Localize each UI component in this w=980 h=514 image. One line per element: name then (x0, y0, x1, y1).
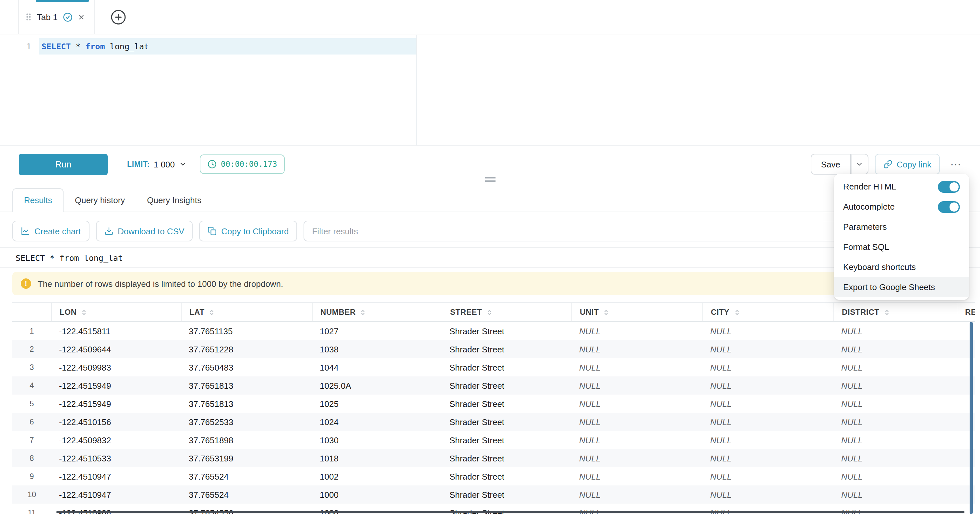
menu-item-format-sql[interactable]: Format SQL (834, 237, 969, 257)
cell-unit: NULL (571, 344, 702, 354)
menu-item-label: Format SQL (843, 242, 889, 252)
editor-tab[interactable]: Tab 1 (18, 0, 95, 34)
column-header-street[interactable]: STREET (442, 303, 571, 321)
table-header: LONLATNUMBERSTREETUNITCITYDISTRICTRE (12, 302, 975, 322)
line-number: 1 (26, 42, 31, 51)
add-tab-button[interactable] (110, 8, 127, 25)
cell-lon: -122.4510533 (51, 453, 181, 463)
cell-lat: 37.765524 (181, 490, 312, 500)
cell-lat: 37.7652533 (181, 417, 312, 427)
menu-item-parameters[interactable]: Parameters (834, 217, 969, 237)
sort-icon[interactable] (733, 309, 740, 316)
vertical-scrollbar[interactable] (970, 322, 973, 514)
column-header-lon[interactable]: LON (51, 303, 181, 321)
cell-unit: NULL (571, 381, 702, 390)
cell-city: NULL (702, 435, 834, 445)
column-header-label: STREET (450, 308, 482, 317)
sql-preview-bar[interactable]: SELECT * from long_lat (0, 247, 980, 268)
copy-icon (208, 227, 216, 236)
cell-lat: 37.7651135 (181, 326, 312, 336)
table-row[interactable]: 6-122.451015637.76525331024Shrader Stree… (12, 413, 975, 431)
copy-clipboard-label: Copy to Clipboard (221, 226, 289, 236)
menu-item-autocomplete[interactable]: Autocomplete (834, 196, 969, 217)
tab-query-history[interactable]: Query history (64, 189, 136, 212)
cell-city: NULL (702, 471, 834, 481)
chevron-down-icon (179, 160, 186, 168)
cell-unit: NULL (571, 399, 702, 409)
column-header-city[interactable]: CITY (702, 303, 834, 321)
cell-lon: -122.4510947 (51, 471, 181, 481)
toggle-switch-on[interactable] (938, 201, 960, 212)
cell-unit: NULL (571, 417, 702, 427)
cell-city: NULL (702, 399, 834, 409)
cell-street: Shrader Street (442, 344, 571, 354)
more-options-button[interactable]: ⋯ (946, 154, 966, 175)
column-header-re[interactable]: RE (957, 303, 975, 321)
menu-item-render-html[interactable]: Render HTML (834, 177, 969, 196)
download-csv-button[interactable]: Download to CSV (95, 221, 192, 241)
cell-lat: 37.7651228 (181, 344, 312, 354)
tab-query-insights[interactable]: Query Insights (136, 189, 212, 212)
horizontal-scrollbar[interactable] (56, 511, 964, 513)
run-button[interactable]: Run (19, 153, 108, 175)
limit-dropdown[interactable]: LIMIT: 1 000 (127, 159, 186, 169)
row-number-cell: 11 (12, 508, 51, 514)
copy-clipboard-button[interactable]: Copy to Clipboard (199, 221, 297, 241)
cell-street: Shrader Street (442, 453, 571, 463)
cell-unit: NULL (571, 490, 702, 500)
table-row[interactable]: 4-122.451594937.76518131025.0AShrader St… (12, 377, 975, 394)
table-row[interactable]: 3-122.450998337.76504831044Shrader Stree… (12, 358, 975, 377)
table-row[interactable]: 9-122.451094737.7655241002Shrader Street… (12, 467, 975, 485)
close-tab-icon[interactable] (78, 13, 85, 21)
tab-drag-icon[interactable] (25, 12, 32, 22)
tab-results[interactable]: Results (12, 188, 64, 212)
warning-icon (21, 278, 31, 289)
sort-icon[interactable] (603, 309, 610, 316)
table-row[interactable]: 10-122.451094737.7655241000Shrader Stree… (12, 485, 975, 504)
create-chart-button[interactable]: Create chart (12, 221, 89, 241)
code-line-text: SELECT * from long_lat (41, 38, 149, 54)
table-row[interactable]: 1-122.451581137.76511351027Shrader Stree… (12, 322, 975, 340)
save-button[interactable]: Save (811, 154, 851, 175)
save-dropdown-button[interactable] (851, 154, 868, 175)
column-header-label: LON (60, 308, 76, 317)
table-row[interactable]: 7-122.450983237.76518981030Shrader Stree… (12, 431, 975, 449)
sort-icon[interactable] (486, 309, 493, 316)
limit-label: LIMIT: (127, 160, 150, 168)
cell-number: 1038 (312, 344, 442, 354)
sort-icon[interactable] (80, 309, 88, 316)
table-row[interactable]: 8-122.451053337.76531991018Shrader Stree… (12, 449, 975, 467)
menu-item-export-to-google-sheets[interactable]: Export to Google Sheets (834, 277, 969, 297)
editor-toolbar: Run LIMIT: 1 000 00:00:00.173 Save Copy … (0, 145, 980, 182)
sql-code-editor[interactable]: 1 SELECT * from long_lat (0, 35, 980, 145)
column-header-lat[interactable]: LAT (181, 303, 312, 321)
column-header-label: RE (965, 308, 975, 317)
cell-number: 1024 (312, 417, 442, 427)
menu-item-label: Render HTML (843, 182, 896, 192)
sort-icon[interactable] (208, 309, 216, 316)
code-token: from (85, 42, 105, 51)
toggle-switch-on[interactable] (938, 181, 960, 192)
table-row[interactable]: 5-122.451594937.76518131025Shrader Stree… (12, 394, 975, 413)
chevron-down-icon (856, 160, 863, 168)
cell-lon: -122.4509983 (51, 362, 181, 372)
editor-pane-divider (417, 35, 417, 145)
column-header-label: LAT (189, 308, 205, 317)
results-actions-row: Create chart Download to CSV Copy to Cli… (0, 220, 980, 242)
row-number-cell: 3 (12, 363, 51, 372)
cell-number: 1025.0A (312, 381, 442, 390)
sort-icon[interactable] (360, 309, 367, 316)
menu-item-keyboard-shortcuts[interactable]: Keyboard shortcuts (834, 257, 969, 277)
download-csv-label: Download to CSV (118, 226, 184, 236)
cell-street: Shrader Street (442, 435, 571, 445)
column-header-unit[interactable]: UNIT (571, 303, 702, 321)
column-header-number[interactable]: NUMBER (312, 303, 442, 321)
cell-district: NULL (834, 362, 957, 372)
sort-icon[interactable] (883, 309, 890, 316)
cell-number: 1044 (312, 362, 442, 372)
table-row[interactable]: 2-122.450964437.76512281038Shrader Stree… (12, 340, 975, 358)
column-header-district[interactable]: DISTRICT (834, 303, 957, 321)
results-table: LONLATNUMBERSTREETUNITCITYDISTRICTRE 1-1… (12, 302, 975, 514)
panel-resize-handle[interactable] (485, 177, 495, 182)
copy-link-button[interactable]: Copy link (875, 154, 940, 175)
